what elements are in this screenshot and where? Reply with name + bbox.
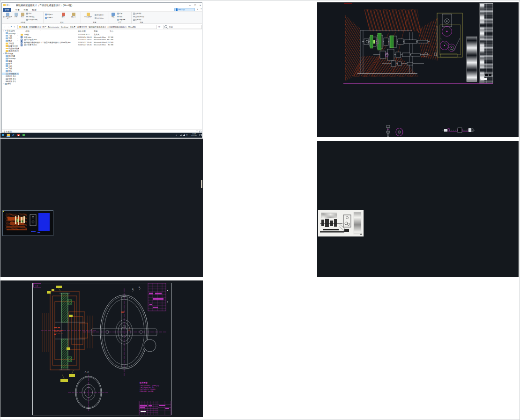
column-header-size[interactable]: 大小: [106, 29, 113, 33]
window-folder-icon: [3, 4, 6, 6]
cad-dark-canvas-left[interactable]: [0, 139, 203, 277]
action-center-icon[interactable]: [200, 134, 202, 136]
minimize-button[interactable]: –: [187, 3, 193, 7]
recent-locations-icon[interactable]: ▾: [11, 25, 12, 29]
title-bar[interactable]: ▾ 蜗轮蜗杆减速器设计（二级齿轮减速器设计）(Word版) – □ ×: [2, 3, 202, 7]
invert-selection-button[interactable]: 反向选择: [133, 18, 141, 21]
svg-text:A-A: A-A: [85, 371, 89, 373]
up-icon[interactable]: ↑: [14, 25, 15, 29]
new-folder-button[interactable]: 新建文件夹: [82, 12, 94, 21]
scrollbar-remnant: [201, 180, 202, 188]
paste-shortcut-button[interactable]: 粘贴快捷方式: [26, 18, 37, 21]
new-item-button[interactable]: 新建项目 ▾: [95, 14, 104, 16]
cad-assembly-viewport[interactable]: [317, 2, 519, 137]
easy-access-icon: [95, 17, 97, 19]
taskbar-clock[interactable]: 11:08 2021/3/5: [188, 133, 200, 137]
assembly-drawing: [317, 2, 519, 137]
pin-to-quick-access-button[interactable]: 固定到快速访问: [3, 12, 12, 21]
cut-icon: [26, 13, 28, 15]
properties-button[interactable]: 属性: [110, 12, 116, 21]
maximize-button[interactable]: □: [193, 3, 198, 7]
breadcrumb-segment[interactable]: 大临量: [70, 26, 76, 28]
group-label-clipboard: 剪贴板: [14, 22, 32, 23]
qat-dropdown-icon[interactable]: ▾: [9, 4, 10, 6]
network-tray-icon[interactable]: [179, 134, 182, 136]
breadcrumb-segment[interactable]: 本地磁盘 (C:): [29, 26, 41, 28]
file-row[interactable]: 设计任务书.doc 2016/5/27 13:46 Microsoft Word…: [20, 44, 202, 46]
expand-icon[interactable]: ∨: [3, 52, 4, 54]
column-header-date[interactable]: 修改日期: [78, 29, 86, 33]
breadcrumb-segment[interactable]: Administrator: [48, 26, 59, 28]
breadcrumb-segment[interactable]: 用户: [42, 26, 46, 28]
taskbar-app-red[interactable]: [17, 133, 20, 137]
details-view-icon[interactable]: [196, 131, 198, 133]
history-button[interactable]: 历史记录: [117, 18, 126, 21]
copy-to-button[interactable]: 复制到 ▾: [45, 16, 53, 19]
tab-home[interactable]: 主页: [13, 8, 22, 12]
delete-button[interactable]: 删除: [59, 12, 67, 21]
move-to-button[interactable]: 移动到 ▾: [45, 13, 53, 16]
pin-icon: ◦: [17, 32, 18, 34]
tab-view[interactable]: 查看: [30, 8, 38, 12]
sidebar-network[interactable]: ∨ 网络: [2, 82, 19, 85]
cad-pulley-viewport[interactable]: 1:2: [0, 280, 203, 417]
taskbar-app-green[interactable]: [22, 133, 25, 137]
desktop-icon: [6, 32, 8, 34]
help-icon[interactable]: ?: [201, 8, 202, 10]
group-label-new: 新建: [85, 22, 104, 23]
dropdown-caret-icon: ▾: [104, 17, 104, 19]
refresh-icon[interactable]: ⟳: [158, 25, 160, 29]
easy-access-button[interactable]: 轻松访问 ▾: [95, 17, 104, 20]
expand-icon[interactable]: ∨: [3, 83, 4, 85]
tab-share[interactable]: 共享: [22, 8, 30, 12]
select-none-button[interactable]: 全部取消选择: [133, 15, 144, 18]
search-input[interactable]: [168, 25, 201, 29]
rename-button[interactable]: 重命名: [68, 12, 79, 21]
select-all-button[interactable]: 全部选择: [133, 12, 141, 15]
column-header-name[interactable]: 名称: [25, 29, 29, 33]
copy-path-button[interactable]: 复制路径: [26, 15, 35, 18]
show-desktop-button[interactable]: [202, 133, 202, 138]
taskbar-edge-browser[interactable]: e: [12, 133, 15, 137]
svg-text:1:2: 1:2: [36, 285, 38, 287]
file-type: Microsoft Word...: [94, 44, 106, 46]
tray-chevron-icon[interactable]: ∧: [176, 134, 177, 136]
thumbnail-view-icon[interactable]: [199, 131, 201, 133]
column-header-type[interactable]: 类型: [94, 29, 97, 33]
edit-button[interactable]: 编辑: [117, 15, 122, 18]
open-button[interactable]: 打开: [117, 12, 122, 15]
breadcrumb-segment[interactable]: Desktop: [61, 26, 68, 28]
cloud-icon: [176, 8, 178, 11]
back-icon[interactable]: ←: [3, 25, 6, 29]
quick-access-toolbar-icon[interactable]: [7, 4, 8, 6]
search-box[interactable]: [163, 25, 202, 29]
gear-schematic-view: [434, 13, 462, 57]
expand-icon[interactable]: ∨: [3, 30, 4, 32]
cut-button[interactable]: 剪切: [26, 12, 31, 15]
forward-icon[interactable]: →: [7, 25, 10, 29]
paste-button[interactable]: 粘贴: [19, 12, 26, 21]
volume-tray-icon[interactable]: [183, 134, 185, 137]
taskbar-file-explorer[interactable]: [7, 133, 10, 137]
ribbon-separator: [109, 12, 109, 23]
start-button[interactable]: [1, 133, 5, 137]
cad-dark-canvas-right[interactable]: [317, 141, 519, 277]
properties-icon: [111, 13, 115, 16]
cloud-promo-button[interactable]: 网盘同步: [174, 8, 195, 11]
copy-to-icon: [45, 17, 47, 19]
breadcrumb-segment[interactable]: 新建文件夹: [77, 26, 87, 28]
breadcrumb-segment[interactable]: 蜗轮蜗杆减速器设计（二级齿轮减速器设计）(Word版): [89, 26, 136, 28]
breadcrumb-segment[interactable]: 此电脑: [22, 26, 28, 28]
ime-indicator[interactable]: 中: [186, 134, 188, 136]
drawing-thumbnail-monochrome[interactable]: [318, 210, 364, 236]
breadcrumb[interactable]: 此电脑 › 本地磁盘 (C:) › 用户 › Administrator › D…: [17, 25, 157, 29]
ribbon-separator: [43, 12, 44, 23]
window-title: 蜗轮蜗杆减速器设计（二级齿轮减速器设计）(Word版): [16, 4, 156, 7]
ribbon-collapse-icon[interactable]: ∨: [197, 8, 198, 10]
folder-icon: [6, 43, 8, 44]
copy-button[interactable]: 复制: [13, 12, 19, 21]
drawing-thumbnail-color[interactable]: [2, 210, 53, 236]
select-all-icon: [133, 13, 135, 15]
close-button[interactable]: ×: [198, 3, 202, 7]
tab-file[interactable]: 文件: [3, 8, 11, 12]
